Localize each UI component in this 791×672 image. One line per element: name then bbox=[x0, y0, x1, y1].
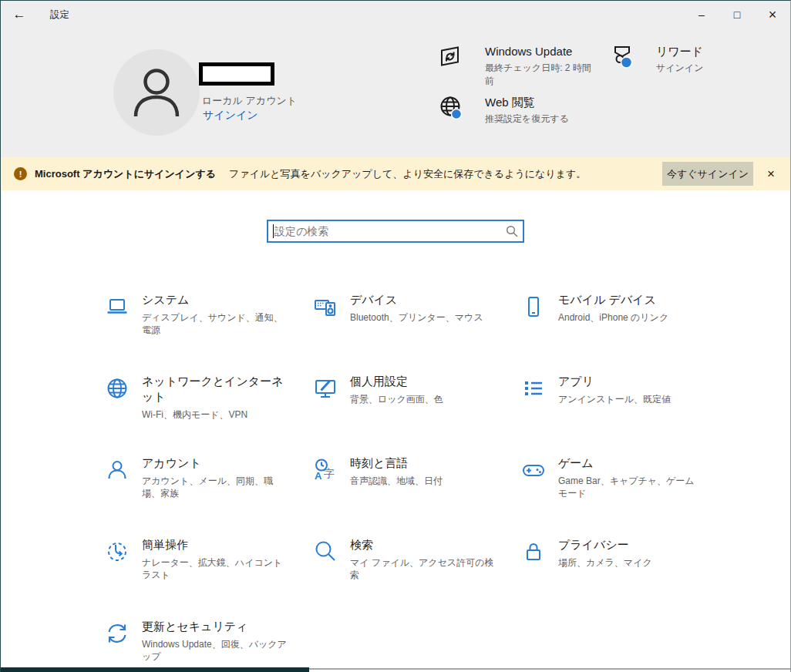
category-mobile-devices[interactable]: モバイル デバイス Android、iPhone のリンク bbox=[521, 292, 729, 374]
category-subtitle: Game Bar、キャプチャ、ゲーム モード bbox=[558, 475, 706, 499]
category-time-language[interactable]: A 字 時刻と言語 音声認識、地域、日付 bbox=[313, 455, 521, 537]
windows-update-icon bbox=[438, 44, 464, 88]
category-subtitle: アンインストール、既定値 bbox=[558, 393, 671, 405]
signin-now-button[interactable]: 今すぐサインイン bbox=[662, 162, 753, 186]
gamepad-icon bbox=[521, 458, 546, 482]
web-browsing-subtitle: 推奨設定を復元する bbox=[485, 113, 569, 126]
category-title: 個人用設定 bbox=[350, 374, 443, 389]
category-accounts[interactable]: アカウント アカウント、メール、同期、職場、家族 bbox=[105, 455, 313, 537]
windows-update-title: Windows Update bbox=[485, 44, 593, 59]
category-title: システム bbox=[142, 292, 290, 307]
banner-message: ファイルと写真をバックアップして、より安全に保存できるようになります。 bbox=[229, 167, 586, 181]
main-content: システム ディスプレイ、サウンド、通知、電源 デバイス Blue bbox=[1, 190, 790, 672]
warning-icon: ! bbox=[14, 167, 27, 180]
privacy-lock-icon bbox=[521, 539, 546, 564]
category-title: プライバシー bbox=[558, 537, 652, 553]
category-title: ネットワークとインターネット bbox=[142, 374, 290, 405]
category-personalization[interactable]: 個人用設定 背景、ロック画面、色 bbox=[313, 374, 521, 455]
page-title: 設定 bbox=[50, 8, 69, 22]
system-icon bbox=[105, 294, 130, 319]
text-caret bbox=[273, 224, 274, 238]
category-subtitle: マイ ファイル、アクセス許可の検索 bbox=[350, 556, 498, 581]
account-type-label: ローカル アカウント bbox=[202, 94, 297, 108]
network-globe-icon bbox=[105, 376, 130, 401]
bottom-edge-dark bbox=[1, 667, 309, 672]
ease-of-access-icon bbox=[105, 539, 130, 564]
web-browsing-title: Web 閲覧 bbox=[485, 95, 569, 110]
category-network[interactable]: ネットワークとインターネット Wi-Fi、機内モード、VPN bbox=[105, 374, 313, 455]
search-input[interactable] bbox=[267, 220, 524, 243]
category-title: 時刻と言語 bbox=[350, 455, 443, 471]
category-subtitle: Wi-Fi、機内モード、VPN bbox=[142, 408, 290, 421]
banner-close-icon: × bbox=[767, 166, 775, 181]
windows-update-block[interactable]: Windows Update 最終チェック日時: 2 時間前 bbox=[438, 44, 593, 88]
minimize-icon: – bbox=[698, 8, 705, 21]
user-icon bbox=[123, 59, 190, 126]
category-privacy[interactable]: プライバシー 場所、カメラ、マイク bbox=[521, 537, 729, 619]
category-subtitle: 場所、カメラ、マイク bbox=[558, 556, 652, 569]
category-subtitle: Bluetooth、プリンター、マウス bbox=[350, 311, 483, 324]
redacted-username bbox=[199, 62, 274, 86]
personalization-icon bbox=[313, 376, 338, 401]
rewards-block[interactable]: リワード サインイン bbox=[609, 44, 703, 75]
rewards-title: リワード bbox=[656, 44, 703, 59]
category-title: デバイス bbox=[350, 292, 483, 307]
search-box bbox=[267, 220, 524, 243]
category-devices[interactable]: デバイス Bluetooth、プリンター、マウス bbox=[313, 292, 521, 374]
rewards-medal-icon bbox=[609, 44, 635, 75]
bottom-edge-light bbox=[309, 668, 790, 670]
category-subtitle: 背景、ロック画面、色 bbox=[350, 393, 443, 405]
svg-text:A: A bbox=[315, 470, 322, 482]
category-apps[interactable]: アプリ アンインストール、既定値 bbox=[521, 374, 729, 455]
search-icon bbox=[506, 225, 518, 237]
category-gaming[interactable]: ゲーム Game Bar、キャプチャ、ゲーム モード bbox=[521, 455, 729, 537]
signin-link[interactable]: サインイン bbox=[203, 109, 258, 123]
category-title: 検索 bbox=[350, 537, 498, 553]
maximize-icon: □ bbox=[734, 8, 740, 21]
signin-banner: ! Microsoft アカウントにサインインする ファイルと写真をバックアップ… bbox=[1, 157, 790, 190]
search-category-icon bbox=[313, 539, 338, 564]
mobile-devices-icon bbox=[521, 294, 546, 319]
back-arrow-icon: ← bbox=[13, 7, 26, 22]
rewards-subtitle: サインイン bbox=[656, 62, 703, 75]
category-ease-of-access[interactable]: 簡単操作 ナレーター、拡大鏡、ハイコントラスト bbox=[105, 537, 313, 619]
titlebar: ← 設定 – □ × bbox=[1, 1, 790, 29]
category-subtitle: ナレーター、拡大鏡、ハイコントラスト bbox=[142, 556, 290, 581]
category-subtitle: ディスプレイ、サウンド、通知、電源 bbox=[142, 311, 290, 336]
windows-update-status: 最終チェック日時: 2 時間前 bbox=[485, 62, 593, 88]
time-language-icon: A 字 bbox=[313, 458, 338, 482]
category-grid: システム ディスプレイ、サウンド、通知、電源 デバイス Blue bbox=[105, 292, 790, 672]
category-title: ゲーム bbox=[558, 455, 706, 471]
category-title: 更新とセキュリティ bbox=[142, 619, 290, 634]
banner-close-button[interactable]: × bbox=[758, 162, 784, 186]
category-title: アプリ bbox=[558, 374, 671, 389]
web-browsing-block[interactable]: Web 閲覧 推奨設定を復元する bbox=[438, 95, 569, 126]
minimize-button[interactable]: – bbox=[684, 1, 719, 29]
update-security-sync-icon bbox=[105, 621, 130, 646]
close-button[interactable]: × bbox=[755, 1, 790, 29]
apps-list-icon bbox=[521, 376, 546, 401]
avatar[interactable] bbox=[113, 49, 200, 136]
category-subtitle: アカウント、メール、同期、職場、家族 bbox=[142, 475, 290, 499]
category-title: アカウント bbox=[142, 455, 290, 471]
window-controls: – □ × bbox=[684, 1, 790, 29]
category-system[interactable]: システム ディスプレイ、サウンド、通知、電源 bbox=[105, 292, 313, 374]
category-title: モバイル デバイス bbox=[558, 292, 668, 307]
banner-title: Microsoft アカウントにサインインする bbox=[35, 167, 216, 181]
header: ローカル アカウント サインイン Windows Update 最終チェック日時… bbox=[1, 29, 790, 157]
web-browsing-globe-icon bbox=[438, 95, 464, 126]
maximize-button[interactable]: □ bbox=[719, 1, 755, 29]
settings-window: ← 設定 – □ × ローカル アカウント サインイン bbox=[0, 0, 791, 672]
category-update-security[interactable]: 更新とセキュリティ Windows Update、回復、バックアップ bbox=[105, 619, 313, 672]
category-subtitle: Windows Update、回復、バックアップ bbox=[142, 638, 290, 663]
category-title: 簡単操作 bbox=[142, 537, 290, 553]
category-subtitle: Android、iPhone のリンク bbox=[558, 311, 668, 324]
svg-text:字: 字 bbox=[324, 467, 335, 479]
category-subtitle: 音声認識、地域、日付 bbox=[350, 475, 443, 487]
accounts-person-icon bbox=[105, 458, 130, 482]
category-search[interactable]: 検索 マイ ファイル、アクセス許可の検索 bbox=[313, 537, 521, 619]
devices-icon bbox=[313, 294, 338, 319]
close-icon: × bbox=[769, 7, 777, 23]
back-button[interactable]: ← bbox=[1, 1, 38, 29]
